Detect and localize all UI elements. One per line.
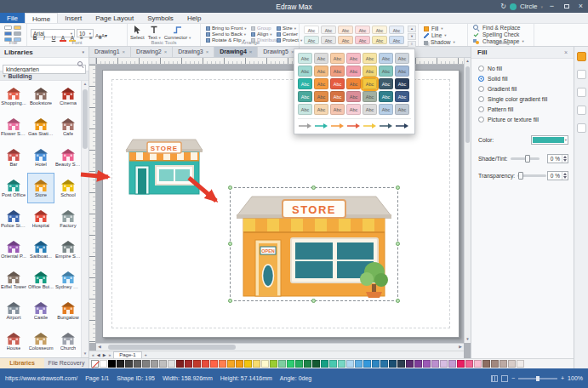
theme-style-swatch[interactable]: Abc: [372, 26, 387, 34]
theme-style-swatch[interactable]: Abc: [346, 78, 361, 89]
line-style-swatch[interactable]: [395, 122, 409, 130]
scrollbar-thumb[interactable]: [83, 89, 88, 149]
theme-style-swatch[interactable]: Abc: [346, 91, 361, 102]
palette-color-swatch[interactable]: [448, 360, 456, 368]
store-shape-small[interactable]: STORE: [125, 136, 203, 196]
theme-style-swatch[interactable]: Abc: [304, 26, 319, 34]
minimize-button[interactable]: −: [546, 0, 557, 13]
theme-style-swatch[interactable]: Abc: [379, 104, 393, 115]
palette-color-swatch[interactable]: [414, 360, 422, 368]
palette-color-swatch[interactable]: [151, 360, 158, 368]
last-page-icon[interactable]: »: [109, 352, 111, 357]
theme-style-swatch[interactable]: Abc: [346, 104, 361, 115]
zoom-level[interactable]: 100%: [568, 375, 583, 381]
theme-style-swatch[interactable]: Abc: [321, 36, 336, 44]
libraries-menu-icon[interactable]: ▾: [82, 47, 84, 58]
tab-file[interactable]: File: [0, 13, 25, 23]
resize-handle[interactable]: [396, 242, 400, 246]
theme-style-swatch[interactable]: Abc: [330, 53, 345, 64]
resize-handle[interactable]: [311, 185, 316, 190]
align-button[interactable]: Align▾: [251, 31, 272, 37]
library-item-hospital[interactable]: Hospital: [27, 203, 54, 234]
theme-style-swatch[interactable]: Abc: [338, 36, 353, 44]
resize-handle[interactable]: [396, 185, 400, 190]
option-no-fill[interactable]: No fill: [478, 66, 502, 71]
theme-style-swatch[interactable]: Abc: [321, 26, 336, 34]
option-solid-fill[interactable]: Solid fill: [478, 76, 507, 82]
print-icon[interactable]: [14, 31, 21, 36]
library-item-store[interactable]: Store: [27, 173, 54, 203]
palette-color-swatch[interactable]: [363, 360, 371, 368]
theme-style-swatch[interactable]: Abc: [379, 78, 393, 89]
shade-tint-spinner[interactable]: 0 %: [547, 154, 568, 163]
palette-color-swatch[interactable]: [500, 360, 507, 368]
theme-style-swatch[interactable]: Abc: [314, 78, 328, 89]
library-search-input[interactable]: [3, 65, 86, 74]
palette-color-swatch[interactable]: [304, 360, 311, 368]
theme-style-swatch[interactable]: Abc: [346, 66, 361, 77]
theme-style-swatch[interactable]: Abc: [395, 53, 409, 64]
fit-page-icon[interactable]: [501, 375, 508, 382]
account-dropdown-icon[interactable]: ▾: [540, 4, 543, 9]
tab-home[interactable]: Home: [25, 13, 58, 23]
theme-style-swatch[interactable]: Abc: [355, 26, 370, 34]
library-item-police-sta[interactable]: Police Sta...: [0, 203, 27, 234]
tab-help[interactable]: Help: [180, 13, 208, 23]
library-item-airport[interactable]: Airport: [0, 295, 27, 326]
line-style-swatch[interactable]: [314, 122, 328, 130]
palette-color-swatch[interactable]: [346, 360, 354, 368]
maximize-button[interactable]: [561, 0, 572, 13]
next-page-icon[interactable]: ▶: [103, 352, 106, 357]
palette-color-swatch[interactable]: [185, 360, 192, 368]
palette-color-swatch[interactable]: [134, 360, 141, 368]
scroll-up-icon[interactable]: ▲: [82, 81, 88, 88]
theme-style-swatch[interactable]: Abc: [330, 66, 345, 77]
palette-color-swatch[interactable]: [389, 360, 397, 368]
line-style-swatch[interactable]: [298, 122, 312, 130]
tab-file-recovery[interactable]: File Recovery: [44, 358, 88, 368]
zoom-out-icon[interactable]: −: [511, 375, 515, 381]
add-page-icon[interactable]: +: [145, 352, 147, 357]
palette-color-swatch[interactable]: [108, 360, 116, 368]
theme-style-swatch[interactable]: Abc: [298, 104, 312, 115]
theme-style-swatch[interactable]: Abc: [338, 26, 353, 34]
horizontal-scrollbar[interactable]: ◀ ▶: [96, 343, 464, 351]
theme-style-swatch[interactable]: Abc: [314, 66, 328, 77]
scroll-down-icon[interactable]: ▼: [465, 336, 471, 343]
close-tab-icon[interactable]: ×: [123, 47, 126, 57]
tab-insert[interactable]: Insert: [58, 13, 88, 23]
library-item-factory[interactable]: Factory: [54, 203, 82, 234]
option-single-color-gradient-fill[interactable]: Single color gradient fill: [478, 96, 547, 102]
resize-handle[interactable]: [396, 299, 400, 303]
line-button[interactable]: Line▾: [424, 32, 447, 39]
theme-style-swatch[interactable]: Abc: [363, 104, 377, 115]
palette-color-swatch[interactable]: [355, 360, 363, 368]
comment-panel-icon[interactable]: [577, 106, 586, 115]
palette-color-swatch[interactable]: [372, 360, 380, 368]
library-item-castle[interactable]: Castle: [27, 295, 54, 326]
theme-style-swatch[interactable]: Abc: [330, 104, 345, 115]
tab-page-layout[interactable]: Page Layout: [88, 13, 140, 23]
theme-style-swatch[interactable]: Abc: [395, 104, 409, 115]
transparency-slider[interactable]: [517, 174, 546, 177]
connector-tool-button[interactable]: Connector ▾: [164, 26, 191, 41]
sync-icon[interactable]: ↻: [500, 3, 506, 10]
doc-tab-drawing3[interactable]: Drawing3×: [173, 47, 214, 57]
palette-color-swatch[interactable]: [261, 360, 269, 368]
palette-color-swatch[interactable]: [491, 360, 499, 368]
palette-color-swatch[interactable]: [278, 360, 286, 368]
close-tab-icon[interactable]: ×: [164, 47, 168, 57]
library-item-empire-st[interactable]: Empire St...: [54, 234, 82, 265]
group-button[interactable]: Group: [251, 26, 271, 31]
palette-color-swatch[interactable]: [457, 360, 465, 368]
library-item-sydney-o[interactable]: Sydney O...: [54, 265, 82, 295]
palette-color-swatch[interactable]: [465, 360, 473, 368]
theme-style-swatch[interactable]: Abc: [346, 53, 361, 64]
selection-box[interactable]: [230, 187, 398, 301]
theme-style-swatch[interactable]: Abc: [389, 26, 404, 34]
bring-to-front-button[interactable]: Bring to Front▾: [206, 26, 247, 31]
line-style-swatch[interactable]: [379, 122, 393, 130]
zoom-in-icon[interactable]: +: [561, 375, 564, 381]
doc-tab-drawing4[interactable]: Drawing4×: [214, 47, 258, 57]
palette-color-swatch[interactable]: [270, 360, 277, 368]
